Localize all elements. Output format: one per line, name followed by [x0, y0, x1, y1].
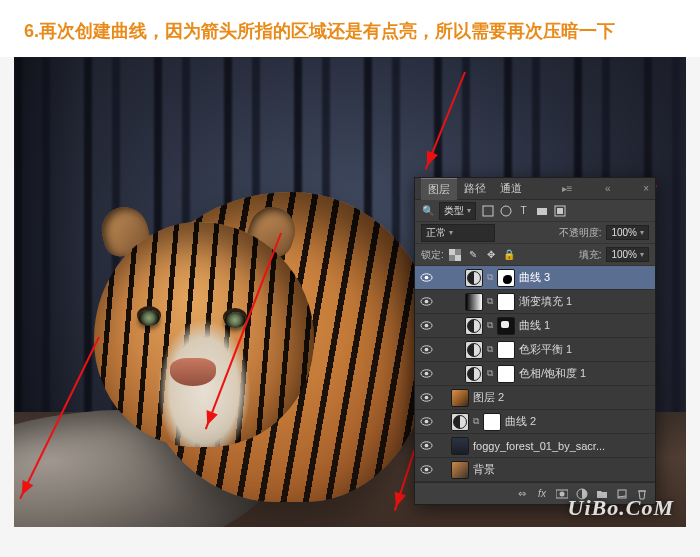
panel-collapse-icon[interactable]: «: [605, 183, 611, 194]
tiger-eye-left: [138, 310, 160, 326]
blend-mode-value: 正常: [426, 226, 446, 240]
chevron-down-icon: ▾: [467, 206, 471, 215]
visibility-toggle[interactable]: [419, 439, 433, 453]
layer-row[interactable]: ⧉曲线 2: [415, 410, 655, 434]
svg-rect-4: [557, 208, 563, 214]
lock-pixels-icon[interactable]: ✎: [467, 248, 480, 261]
layer-row[interactable]: 图层 2: [415, 386, 655, 410]
layer-name-label: 渐变填充 1: [519, 294, 572, 309]
search-icon[interactable]: 🔍: [421, 204, 434, 217]
svg-point-9: [424, 276, 428, 280]
layer-mask[interactable]: [497, 365, 515, 383]
visibility-toggle[interactable]: [419, 271, 433, 285]
fill-input[interactable]: 100% ▾: [606, 247, 649, 262]
link-icon: ⧉: [473, 416, 479, 427]
panel-close-icon[interactable]: ×: [643, 183, 649, 194]
svg-point-23: [424, 444, 428, 448]
layer-mask[interactable]: [497, 341, 515, 359]
lock-all-icon[interactable]: 🔒: [503, 248, 516, 261]
layer-mask[interactable]: [497, 269, 515, 287]
layer-row[interactable]: ⧉曲线 1: [415, 314, 655, 338]
layer-name-label: 色彩平衡 1: [519, 342, 572, 357]
layer-name-label: 曲线 2: [505, 414, 536, 429]
svg-point-19: [424, 396, 428, 400]
visibility-toggle[interactable]: [419, 391, 433, 405]
visibility-toggle[interactable]: [419, 343, 433, 357]
layers-list: ⧉曲线 3⧉渐变填充 1⧉曲线 1⧉色彩平衡 1⧉色相/饱和度 1图层 2⧉曲线…: [415, 266, 655, 482]
panel-menu-icon[interactable]: ▸≡: [562, 183, 573, 194]
tiger-eye-right: [224, 312, 246, 328]
opacity-input[interactable]: 100% ▾: [606, 225, 649, 240]
layer-thumb-gradient: [465, 293, 483, 311]
layer-row[interactable]: ⧉渐变填充 1: [415, 290, 655, 314]
fx-icon[interactable]: fx: [533, 487, 551, 500]
layer-thumb-image: [451, 389, 469, 407]
layer-mask[interactable]: [497, 293, 515, 311]
svg-point-25: [424, 468, 428, 472]
layer-thumb-image: [451, 437, 469, 455]
filter-smart-icon[interactable]: [553, 204, 566, 217]
canvas-preview: 图层 路径 通道 ▸≡ « × 🔍 类型 ▾ T 正常 ▾ 不透明度: [14, 57, 686, 527]
filter-shape-icon[interactable]: [535, 204, 548, 217]
layer-thumb-adjust: [465, 365, 483, 383]
watermark: UiBo.CoM: [568, 495, 674, 521]
layer-name-label: foggy_forest_01_by_sacr...: [473, 440, 605, 452]
lock-position-icon[interactable]: ✥: [485, 248, 498, 261]
tiger-nose: [170, 358, 216, 386]
filter-adjust-icon[interactable]: [499, 204, 512, 217]
layer-row[interactable]: 背景: [415, 458, 655, 482]
svg-rect-0: [483, 206, 493, 216]
svg-point-13: [424, 324, 428, 328]
lock-transparency-icon[interactable]: [449, 248, 462, 261]
filter-type-select[interactable]: 类型 ▾: [439, 202, 476, 220]
link-icon: ⧉: [487, 368, 493, 379]
filter-row: 🔍 类型 ▾ T: [415, 200, 655, 222]
fill-label: 填充:: [579, 248, 602, 262]
layer-name-label: 曲线 3: [519, 270, 550, 285]
blend-mode-select[interactable]: 正常 ▾: [421, 224, 495, 242]
opacity-value: 100%: [611, 227, 637, 238]
link-icon: ⧉: [487, 344, 493, 355]
tab-layers[interactable]: 图层: [421, 178, 457, 200]
layer-mask[interactable]: [497, 317, 515, 335]
svg-rect-6: [449, 249, 455, 255]
layer-thumb-adjust: [465, 341, 483, 359]
svg-point-27: [560, 491, 565, 496]
layer-name-label: 背景: [473, 462, 495, 477]
tab-channels[interactable]: 通道: [493, 178, 529, 199]
blend-row: 正常 ▾ 不透明度: 100% ▾: [415, 222, 655, 244]
layer-thumb-adjust: [465, 317, 483, 335]
link-icon: ⧉: [487, 272, 493, 283]
layer-row[interactable]: ⧉曲线 3: [415, 266, 655, 290]
svg-point-17: [424, 372, 428, 376]
visibility-toggle[interactable]: [419, 415, 433, 429]
lock-row: 锁定: ✎ ✥ 🔒 填充: 100% ▾: [415, 244, 655, 266]
layer-mask[interactable]: [483, 413, 501, 431]
layer-row[interactable]: foggy_forest_01_by_sacr...: [415, 434, 655, 458]
filter-type-label: 类型: [444, 204, 464, 218]
visibility-toggle[interactable]: [419, 319, 433, 333]
opacity-label: 不透明度:: [559, 226, 602, 240]
svg-rect-7: [455, 255, 461, 261]
layer-row[interactable]: ⧉色彩平衡 1: [415, 338, 655, 362]
tab-paths[interactable]: 路径: [457, 178, 493, 199]
svg-point-21: [424, 420, 428, 424]
layer-row[interactable]: ⧉色相/饱和度 1: [415, 362, 655, 386]
link-icon: ⧉: [487, 320, 493, 331]
visibility-toggle[interactable]: [419, 367, 433, 381]
visibility-toggle[interactable]: [419, 463, 433, 477]
panel-titlebar: 图层 路径 通道 ▸≡ « ×: [415, 178, 655, 200]
chevron-down-icon: ▾: [449, 228, 453, 237]
filter-text-icon[interactable]: T: [517, 204, 530, 217]
lock-label: 锁定:: [421, 248, 444, 262]
tutorial-step-caption: 6.再次创建曲线，因为箭头所指的区域还是有点亮，所以需要再次压暗一下: [0, 0, 700, 57]
fill-value: 100%: [611, 249, 637, 260]
link-icon: ⧉: [487, 296, 493, 307]
filter-pixel-icon[interactable]: [481, 204, 494, 217]
layer-name-label: 色相/饱和度 1: [519, 366, 586, 381]
chevron-down-icon: ▾: [640, 228, 644, 237]
svg-point-15: [424, 348, 428, 352]
link-layers-icon[interactable]: ⇔: [513, 487, 531, 500]
visibility-toggle[interactable]: [419, 295, 433, 309]
svg-rect-2: [537, 208, 547, 215]
